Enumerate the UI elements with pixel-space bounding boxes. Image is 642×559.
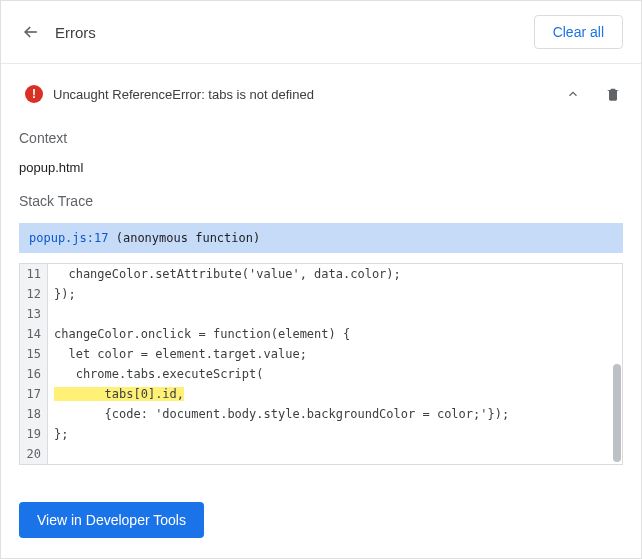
code-viewer: 11 changeColor.setAttribute('value', dat… xyxy=(19,263,623,465)
line-number: 14 xyxy=(20,324,48,344)
stack-location: popup.js:17 xyxy=(29,231,108,245)
chevron-up-icon[interactable] xyxy=(563,84,583,104)
code-text: chrome.tabs.executeScript( xyxy=(48,364,622,384)
code-text: {code: 'document.body.style.backgroundCo… xyxy=(48,404,622,424)
line-number: 12 xyxy=(20,284,48,304)
view-devtools-button[interactable]: View in Developer Tools xyxy=(19,502,204,538)
line-number: 11 xyxy=(20,264,48,284)
code-line: 15 let color = element.target.value; xyxy=(20,344,622,364)
code-text: changeColor.setAttribute('value', data.c… xyxy=(48,264,622,284)
context-value: popup.html xyxy=(19,160,623,175)
code-line: 17 tabs[0].id, xyxy=(20,384,622,404)
code-text xyxy=(48,304,622,324)
code-line: 18 {code: 'document.body.style.backgroun… xyxy=(20,404,622,424)
clear-all-button[interactable]: Clear all xyxy=(534,15,623,49)
stack-frame[interactable]: popup.js:17 (anonymous function) xyxy=(19,223,623,253)
code-text xyxy=(48,444,622,464)
code-line: 14changeColor.onclick = function(element… xyxy=(20,324,622,344)
code-line: 11 changeColor.setAttribute('value', dat… xyxy=(20,264,622,284)
page-title: Errors xyxy=(55,24,534,41)
line-number: 15 xyxy=(20,344,48,364)
line-number: 16 xyxy=(20,364,48,384)
code-line: 12}); xyxy=(20,284,622,304)
footer: View in Developer Tools xyxy=(1,482,641,558)
line-number: 19 xyxy=(20,424,48,444)
stack-trace-label: Stack Trace xyxy=(19,193,623,209)
code-text: changeColor.onclick = function(element) … xyxy=(48,324,622,344)
error-row: ! Uncaught ReferenceError: tabs is not d… xyxy=(19,64,623,122)
code-line: 19}; xyxy=(20,424,622,444)
line-number: 20 xyxy=(20,444,48,464)
header: Errors Clear all xyxy=(1,1,641,64)
code-line: 20 xyxy=(20,444,622,464)
code-text: let color = element.target.value; xyxy=(48,344,622,364)
scrollbar-thumb[interactable] xyxy=(613,364,621,462)
back-arrow-icon[interactable] xyxy=(19,20,43,44)
line-number: 13 xyxy=(20,304,48,324)
code-text: tabs[0].id, xyxy=(48,384,622,404)
line-number: 18 xyxy=(20,404,48,424)
error-message: Uncaught ReferenceError: tabs is not def… xyxy=(53,87,553,102)
code-text: }); xyxy=(48,284,622,304)
code-text: }; xyxy=(48,424,622,444)
errors-panel: Errors Clear all ! Uncaught ReferenceErr… xyxy=(0,0,642,559)
code-line: 16 chrome.tabs.executeScript( xyxy=(20,364,622,384)
context-label: Context xyxy=(19,130,623,146)
content: ! Uncaught ReferenceError: tabs is not d… xyxy=(1,64,641,482)
error-icon: ! xyxy=(25,85,43,103)
code-line: 13 xyxy=(20,304,622,324)
stack-function: (anonymous function) xyxy=(116,231,261,245)
trash-icon[interactable] xyxy=(603,84,623,104)
line-number: 17 xyxy=(20,384,48,404)
